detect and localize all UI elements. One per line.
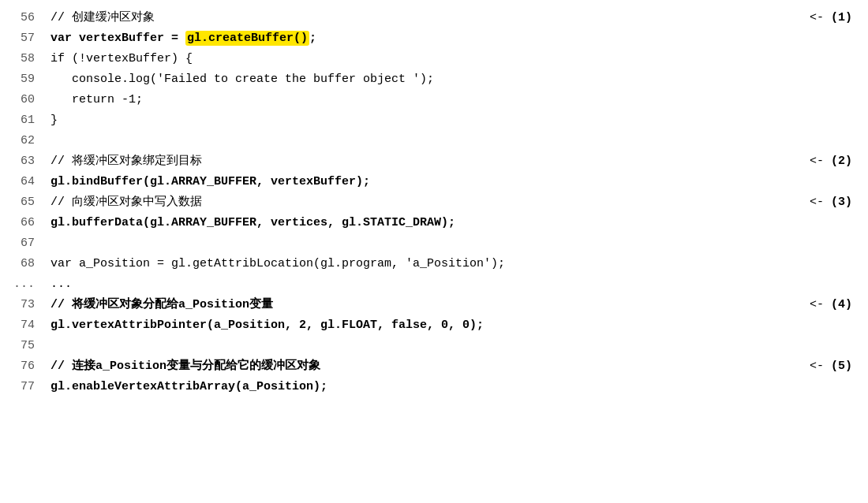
code-line: 61} xyxy=(0,110,868,131)
code-line: 77gl.enableVertexAttribArray(a_Position)… xyxy=(0,377,868,397)
line-content: gl.vertexAttribPointer(a_Position, 2, gl… xyxy=(47,316,773,335)
line-content: console.log('Failed to create the buffer… xyxy=(47,70,773,89)
line-content: } xyxy=(47,111,773,130)
code-text: gl.bufferData(gl.ARRAY_BUFFER, vertices,… xyxy=(51,216,455,229)
code-text: console.log('Failed to create the buffer… xyxy=(51,73,434,86)
code-line: 68var a_Position = gl.getAttribLocation(… xyxy=(0,254,868,274)
line-content: return -1; xyxy=(47,91,773,110)
line-content: if (!vertexBuffer) { xyxy=(47,50,773,69)
code-text: // 创建缓冲区对象 xyxy=(51,11,155,24)
code-line: 66gl.bufferData(gl.ARRAY_BUFFER, vertice… xyxy=(0,213,868,233)
line-number: 73 xyxy=(0,296,47,315)
code-line: ...... xyxy=(0,274,868,295)
highlighted-code: gl.createBuffer() xyxy=(185,31,309,46)
code-text: var a_Position = gl.getAttribLocation(gl… xyxy=(51,257,505,270)
line-annotation: <- (4) xyxy=(773,296,868,315)
code-text: gl.enableVertexAttribArray(a_Position); xyxy=(51,380,327,393)
line-number: 77 xyxy=(0,378,47,397)
code-text: // 将缓冲区对象绑定到目标 xyxy=(51,155,202,168)
line-number: 74 xyxy=(0,316,47,335)
code-text: // 连接a_Position变量与分配给它的缓冲区对象 xyxy=(51,360,320,373)
code-text: return -1; xyxy=(51,93,143,106)
code-line: 62 xyxy=(0,131,868,151)
line-annotation: <- (5) xyxy=(773,357,868,376)
code-line: 65// 向缓冲区对象中写入数据<- (3) xyxy=(0,192,868,213)
line-content: // 创建缓冲区对象 xyxy=(47,9,773,28)
code-line: 75 xyxy=(0,336,868,356)
code-text: // 将缓冲区对象分配给a_Position变量 xyxy=(51,298,273,311)
line-content: // 连接a_Position变量与分配给它的缓冲区对象 xyxy=(47,357,773,376)
line-content: var vertexBuffer = gl.createBuffer(); xyxy=(47,29,773,48)
code-line: 56// 创建缓冲区对象<- (1) xyxy=(0,8,868,28)
line-number: 67 xyxy=(0,234,47,253)
code-line: 64gl.bindBuffer(gl.ARRAY_BUFFER, vertexB… xyxy=(0,172,868,192)
line-number: 64 xyxy=(0,173,47,192)
line-number: 75 xyxy=(0,337,47,356)
code-line: 73// 将缓冲区对象分配给a_Position变量<- (4) xyxy=(0,295,868,315)
code-line: 67 xyxy=(0,233,868,254)
code-text: // 向缓冲区对象中写入数据 xyxy=(51,196,202,209)
code-text: var vertexBuffer = xyxy=(51,32,185,45)
line-content: // 向缓冲区对象中写入数据 xyxy=(47,193,773,212)
line-number: 59 xyxy=(0,70,47,89)
line-annotation: <- (3) xyxy=(773,193,868,212)
line-number: 61 xyxy=(0,111,47,130)
line-content: ... xyxy=(47,275,773,294)
code-line: 76// 连接a_Position变量与分配给它的缓冲区对象<- (5) xyxy=(0,356,868,377)
line-content: gl.bindBuffer(gl.ARRAY_BUFFER, vertexBuf… xyxy=(47,173,773,192)
line-number: 62 xyxy=(0,132,47,151)
code-text: if (!vertexBuffer) { xyxy=(51,52,193,65)
line-content: gl.enableVertexAttribArray(a_Position); xyxy=(47,378,773,397)
code-text: } xyxy=(51,114,58,127)
line-number: 76 xyxy=(0,357,47,376)
line-number: 63 xyxy=(0,152,47,171)
line-number: ... xyxy=(0,275,47,294)
line-content: // 将缓冲区对象绑定到目标 xyxy=(47,152,773,171)
code-text: ; xyxy=(309,32,316,45)
line-number: 60 xyxy=(0,91,47,110)
code-line: 58if (!vertexBuffer) { xyxy=(0,49,868,69)
code-text: gl.bindBuffer(gl.ARRAY_BUFFER, vertexBuf… xyxy=(51,175,370,188)
code-text: ... xyxy=(51,278,72,291)
line-annotation: <- (2) xyxy=(773,152,868,171)
code-line: 57var vertexBuffer = gl.createBuffer(); xyxy=(0,28,868,49)
code-text: gl.vertexAttribPointer(a_Position, 2, gl… xyxy=(51,319,484,332)
line-number: 65 xyxy=(0,193,47,212)
line-number: 56 xyxy=(0,9,47,28)
line-number: 68 xyxy=(0,255,47,274)
line-number: 57 xyxy=(0,29,47,48)
line-number: 66 xyxy=(0,214,47,233)
line-annotation: <- (1) xyxy=(773,9,868,28)
code-line: 60 return -1; xyxy=(0,90,868,110)
line-content: gl.bufferData(gl.ARRAY_BUFFER, vertices,… xyxy=(47,214,773,233)
line-number: 58 xyxy=(0,50,47,69)
code-line: 59 console.log('Failed to create the buf… xyxy=(0,69,868,90)
code-line: 63// 将缓冲区对象绑定到目标<- (2) xyxy=(0,151,868,172)
line-content: // 将缓冲区对象分配给a_Position变量 xyxy=(47,296,773,315)
code-line: 74gl.vertexAttribPointer(a_Position, 2, … xyxy=(0,315,868,336)
code-container: 56// 创建缓冲区对象<- (1)57var vertexBuffer = g… xyxy=(0,0,868,503)
line-content: var a_Position = gl.getAttribLocation(gl… xyxy=(47,255,773,274)
